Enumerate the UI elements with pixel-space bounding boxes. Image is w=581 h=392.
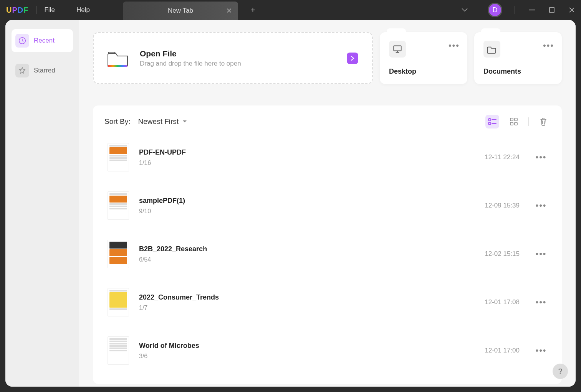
file-pages: 9/10	[139, 208, 485, 215]
more-icon[interactable]: •••	[535, 201, 547, 211]
main-area: Open File Drag and drop the file here to…	[79, 20, 576, 387]
svg-rect-3	[108, 65, 127, 67]
open-file-hint: Drag and drop the file here to open	[140, 60, 241, 68]
file-row[interactable]: samplePDF(1) 9/10 12-09 15:39 •••	[104, 181, 550, 230]
top-cards: Open File Drag and drop the file here to…	[93, 32, 562, 84]
sidebar-item-starred[interactable]: Starred	[12, 59, 73, 82]
more-icon[interactable]: •••	[535, 297, 547, 307]
more-icon[interactable]: •••	[543, 41, 554, 51]
more-icon[interactable]: •••	[535, 249, 547, 259]
file-pages: 6/54	[139, 256, 485, 263]
file-name: samplePDF(1)	[139, 197, 485, 205]
file-thumbnail	[108, 240, 129, 268]
sidebar-item-label: Recent	[34, 37, 55, 44]
sidebar-item-label: Starred	[34, 67, 55, 74]
file-date: 12-11 22:24	[485, 153, 520, 161]
file-date: 12-01 17:08	[485, 298, 520, 306]
add-tab-icon[interactable]: +	[250, 5, 255, 15]
sort-dropdown[interactable]: Newest First	[138, 117, 187, 126]
maximize-icon[interactable]	[547, 5, 556, 15]
more-icon[interactable]: •••	[535, 152, 547, 162]
svg-rect-8	[515, 118, 517, 121]
file-pages: 1/16	[139, 160, 485, 166]
quick-card-label: Documents	[483, 68, 553, 76]
file-name: B2B_2022_Research	[139, 245, 485, 253]
folder-icon	[108, 49, 129, 68]
clock-icon	[15, 34, 29, 48]
quick-card-label: Desktop	[389, 68, 458, 76]
tab-label: New Tab	[168, 7, 193, 15]
grid-view-icon[interactable]	[507, 115, 521, 128]
file-pages: 1/7	[139, 305, 485, 311]
open-file-dropzone[interactable]: Open File Drag and drop the file here to…	[93, 32, 373, 84]
svg-rect-9	[510, 122, 513, 125]
file-name: World of Microbes	[139, 342, 485, 350]
trash-icon[interactable]	[536, 115, 550, 128]
svg-rect-7	[510, 118, 513, 121]
divider	[515, 6, 515, 14]
menu-file[interactable]: File	[44, 6, 55, 14]
file-row[interactable]: 2022_Consumer_Trends 1/7 12-01 17:08 •••	[104, 278, 550, 326]
file-row[interactable]: PDF-EN-UPDF 1/16 12-11 22:24 •••	[104, 133, 550, 181]
avatar[interactable]: D	[488, 3, 502, 17]
chevron-down-icon[interactable]	[462, 8, 468, 12]
triangle-down-icon	[182, 120, 187, 123]
file-pages: 3/6	[139, 353, 485, 360]
quick-card-desktop[interactable]: ••• Desktop	[380, 32, 467, 84]
file-list-section: Sort By: Newest First	[93, 105, 562, 384]
divider	[528, 117, 529, 126]
file-row[interactable]: World of Microbes 3/6 12-01 17:00 •••	[104, 326, 550, 375]
file-name: PDF-EN-UPDF	[139, 148, 485, 156]
file-date: 12-02 15:15	[485, 250, 520, 258]
sidebar-item-recent[interactable]: Recent	[12, 29, 73, 52]
svg-rect-6	[488, 122, 491, 125]
app-body: Recent Starred Open F	[5, 20, 576, 387]
app-logo: UPDF	[6, 6, 28, 15]
sort-label: Sort By:	[104, 117, 131, 126]
help-button[interactable]: ?	[553, 364, 568, 379]
quick-card-documents[interactable]: ••• Documents	[474, 32, 562, 84]
file-thumbnail	[108, 288, 129, 316]
svg-rect-1	[550, 8, 554, 12]
file-thumbnail	[108, 336, 129, 365]
close-icon[interactable]: ✕	[226, 7, 232, 15]
svg-rect-0	[529, 10, 535, 10]
open-file-title: Open File	[140, 49, 241, 58]
close-window-icon[interactable]	[567, 5, 576, 15]
file-row[interactable]: B2B_2022_Research 6/54 12-02 15:15 •••	[104, 230, 550, 278]
svg-rect-10	[515, 122, 517, 125]
tab-new[interactable]: New Tab ✕	[123, 2, 238, 20]
star-icon	[15, 64, 29, 77]
menu-help[interactable]: Help	[76, 6, 90, 14]
folder-icon	[483, 41, 500, 58]
title-bar: UPDF File Help New Tab ✕ + D	[0, 0, 581, 20]
file-date: 12-01 17:00	[485, 347, 520, 354]
desktop-icon	[389, 41, 406, 58]
divider	[36, 6, 36, 14]
list-view-icon[interactable]	[485, 115, 499, 128]
file-thumbnail	[108, 143, 129, 171]
svg-rect-4	[394, 46, 401, 51]
sidebar: Recent Starred	[5, 20, 79, 387]
minimize-icon[interactable]	[527, 5, 536, 15]
file-date: 12-09 15:39	[485, 202, 520, 209]
list-header: Sort By: Newest First	[104, 115, 550, 128]
more-icon[interactable]: •••	[535, 346, 547, 356]
svg-rect-5	[488, 119, 491, 121]
file-thumbnail	[108, 191, 129, 220]
more-icon[interactable]: •••	[449, 41, 460, 51]
chevron-right-icon	[347, 53, 358, 64]
file-name: 2022_Consumer_Trends	[139, 293, 485, 301]
